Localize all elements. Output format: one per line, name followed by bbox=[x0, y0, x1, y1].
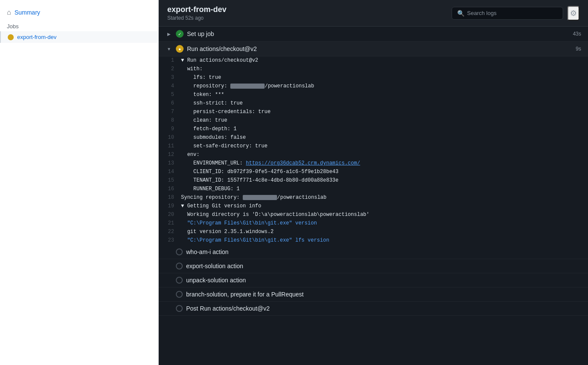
step-label-checkout: Run actions/checkout@v2 bbox=[187, 45, 576, 52]
step-row-post-checkout[interactable]: Post Run actions/checkout@v2 bbox=[159, 302, 588, 316]
step-row-checkout[interactable]: ▼ ● Run actions/checkout@v2 9s bbox=[159, 42, 588, 57]
log-line: 23 "C:\Program Files\Git\bin\git.exe" lf… bbox=[159, 236, 588, 245]
sidebar-item-export-from-dev[interactable]: export-from-dev bbox=[0, 31, 158, 43]
step-row-unpack-solution[interactable]: unpack-solution action bbox=[159, 273, 588, 287]
log-line: 6 ssh-strict: true bbox=[159, 99, 588, 108]
log-area[interactable]: ▶ ✓ Set up job 43s ▼ ● Run actions/check… bbox=[159, 27, 588, 365]
chevron-right-icon bbox=[166, 263, 172, 269]
log-line: 7 persist-credentials: true bbox=[159, 108, 588, 117]
step-status-pending-icon bbox=[176, 263, 183, 269]
log-line: 18Syncing repository: /poweractionslab bbox=[159, 194, 588, 202]
chevron-right-icon bbox=[166, 248, 172, 255]
log-line: 9 fetch-depth: 1 bbox=[159, 125, 588, 134]
settings-button[interactable]: ⚙ bbox=[567, 6, 579, 21]
log-line: 15 TENANT_ID: 1557f771-4c8e-4dbd-8b80-dd… bbox=[159, 177, 588, 185]
job-started-time: Started 52s ago bbox=[167, 15, 226, 21]
log-line: 19▼ Getting Git version info bbox=[159, 202, 588, 211]
sidebar-summary-link[interactable]: ⌂ Summary bbox=[0, 5, 158, 20]
step-row-branch-solution[interactable]: branch-solution, prepare it for a PullRe… bbox=[159, 287, 588, 302]
log-output: 1▼ Run actions/checkout@v2 2 with: 3 lfs… bbox=[159, 57, 588, 245]
log-line: 20 Working directory is 'D:\a\poweractio… bbox=[159, 211, 588, 219]
sidebar: ⌂ Summary Jobs export-from-dev bbox=[0, 0, 159, 365]
job-status-running-icon bbox=[8, 34, 14, 40]
log-line: 4 repository: /poweractionslab bbox=[159, 82, 588, 91]
chevron-right-icon bbox=[166, 305, 172, 312]
sidebar-summary-label: Summary bbox=[15, 9, 40, 16]
log-line: 1▼ Run actions/checkout@v2 bbox=[159, 57, 588, 65]
log-line: 22 git version 2.35.1.windows.2 bbox=[159, 228, 588, 236]
log-line: 5 token: *** bbox=[159, 91, 588, 99]
log-line: 3 lfs: true bbox=[159, 74, 588, 82]
chevron-right-icon: ▶ bbox=[166, 30, 172, 37]
step-label-export-solution: export-solution action bbox=[186, 263, 581, 269]
step-label-post-checkout: Post Run actions/checkout@v2 bbox=[186, 305, 581, 312]
step-label-who-am-i: who-am-i action bbox=[186, 248, 581, 255]
main-header: export-from-dev Started 52s ago 🔍 Search… bbox=[159, 0, 588, 27]
chevron-right-icon bbox=[166, 291, 172, 298]
chevron-down-icon: ▼ bbox=[166, 45, 172, 52]
log-line: 10 submodules: false bbox=[159, 134, 588, 142]
main-content: export-from-dev Started 52s ago 🔍 Search… bbox=[159, 0, 588, 365]
step-status-pending-icon bbox=[176, 248, 183, 255]
step-row-who-am-i[interactable]: who-am-i action bbox=[159, 245, 588, 259]
step-row-setup[interactable]: ▶ ✓ Set up job 43s bbox=[159, 27, 588, 42]
sidebar-jobs-heading: Jobs bbox=[0, 20, 158, 31]
header-info: export-from-dev Started 52s ago bbox=[167, 5, 226, 21]
search-logs-placeholder: Search logs bbox=[467, 10, 497, 16]
log-line: 8 clean: true bbox=[159, 117, 588, 125]
step-status-success-icon: ✓ bbox=[176, 30, 184, 38]
step-label-branch-solution: branch-solution, prepare it for a PullRe… bbox=[186, 291, 581, 298]
sidebar-job-name: export-from-dev bbox=[17, 34, 57, 40]
home-icon: ⌂ bbox=[7, 9, 11, 16]
step-duration-setup: 43s bbox=[573, 31, 581, 37]
log-line: 2 with: bbox=[159, 65, 588, 74]
redacted-value bbox=[243, 195, 277, 200]
header-actions: 🔍 Search logs ⚙ bbox=[452, 6, 579, 21]
step-row-export-solution[interactable]: export-solution action bbox=[159, 259, 588, 273]
step-status-pending-icon bbox=[176, 277, 183, 284]
step-duration-checkout: 9s bbox=[576, 46, 581, 52]
chevron-right-icon bbox=[166, 277, 172, 284]
redacted-value bbox=[230, 84, 265, 89]
job-title: export-from-dev bbox=[167, 5, 226, 14]
log-line: 13 ENVIRONMENT_URL: https://org36dcab52.… bbox=[159, 159, 588, 168]
step-status-pending-icon bbox=[176, 291, 183, 298]
step-status-pending-icon bbox=[176, 305, 183, 312]
step-label-setup: Set up job bbox=[187, 30, 573, 37]
log-line: 12 env: bbox=[159, 151, 588, 159]
log-line: 11 set-safe-directory: true bbox=[159, 142, 588, 151]
step-status-running-icon: ● bbox=[176, 45, 184, 53]
search-icon: 🔍 bbox=[457, 10, 464, 17]
step-label-unpack-solution: unpack-solution action bbox=[186, 277, 581, 284]
log-line: 16 RUNNER_DEBUG: 1 bbox=[159, 185, 588, 194]
log-line: 14 CLIENT_ID: db972f39-0fe5-42f6-a1c6-5f… bbox=[159, 168, 588, 177]
log-line: 21 "C:\Program Files\Git\bin\git.exe" ve… bbox=[159, 219, 588, 228]
search-logs-input[interactable]: 🔍 Search logs bbox=[452, 7, 563, 20]
environment-url-link[interactable]: https://org36dcab52.crm.dynamics.com/ bbox=[246, 160, 360, 166]
